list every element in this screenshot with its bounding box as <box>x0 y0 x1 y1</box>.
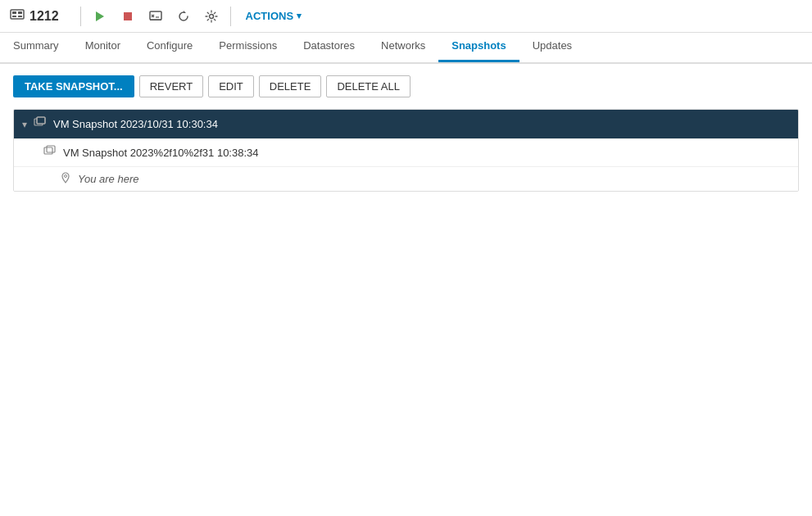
top-bar: 1212 <box>0 0 812 33</box>
svg-point-19 <box>65 175 67 178</box>
snapshot-child-row[interactable]: VM Snapshot 2023%2f10%2f31 10:38:34 <box>14 138 798 166</box>
svg-point-13 <box>209 14 213 18</box>
snapshot-child-icon <box>43 145 57 161</box>
tab-snapshots[interactable]: Snapshots <box>438 31 519 62</box>
console-button[interactable] <box>145 7 166 25</box>
svg-rect-7 <box>150 11 161 20</box>
svg-rect-17 <box>44 147 52 154</box>
snapshot-location-row: You are here <box>14 166 798 191</box>
chevron-down-icon: ▾ <box>22 119 27 130</box>
snapshot-tree: ▾ VM Snapshot 2023/10/31 10:30:34 <box>13 109 799 192</box>
svg-rect-8 <box>150 20 161 20</box>
edit-button[interactable]: EDIT <box>208 75 254 97</box>
content-area: TAKE SNAPSHOT... REVERT EDIT DELETE DELE… <box>0 64 812 516</box>
revert-button[interactable]: REVERT <box>139 75 204 97</box>
snapshot-parent-icon <box>34 116 47 132</box>
you-are-here-label: You are here <box>78 173 138 185</box>
stop-button[interactable] <box>117 7 138 25</box>
tab-summary[interactable]: Summary <box>0 31 72 62</box>
chevron-down-icon: ▾ <box>297 11 302 21</box>
svg-rect-4 <box>18 16 22 17</box>
actions-button[interactable]: ACTIONS ▾ <box>246 10 302 22</box>
play-button[interactable] <box>89 7 111 25</box>
location-icon <box>60 172 71 186</box>
tab-permissions[interactable]: Permissions <box>206 31 290 62</box>
divider <box>80 7 81 26</box>
svg-rect-6 <box>124 12 132 20</box>
snapshot-parent-label: VM Snapshot 2023/10/31 10:30:34 <box>53 118 218 130</box>
svg-marker-12 <box>184 11 186 13</box>
divider2 <box>230 7 231 26</box>
tab-monitor[interactable]: Monitor <box>72 31 134 62</box>
settings-button[interactable] <box>201 7 222 25</box>
svg-rect-3 <box>12 16 16 17</box>
tab-configure[interactable]: Configure <box>134 31 206 62</box>
delete-all-button[interactable]: DELETE ALL <box>326 75 411 97</box>
vm-title: 1212 <box>29 9 59 24</box>
action-buttons-row: TAKE SNAPSHOT... REVERT EDIT DELETE DELE… <box>13 75 799 97</box>
tab-updates[interactable]: Updates <box>519 31 585 62</box>
svg-rect-2 <box>18 11 22 14</box>
snapshot-children: VM Snapshot 2023%2f10%2f31 10:38:34 You … <box>14 138 798 191</box>
cycle-button[interactable] <box>173 7 194 25</box>
snapshot-child-label: VM Snapshot 2023%2f10%2f31 10:38:34 <box>63 147 259 159</box>
delete-button[interactable]: DELETE <box>259 75 322 97</box>
snapshot-parent-row[interactable]: ▾ VM Snapshot 2023/10/31 10:30:34 <box>14 110 798 138</box>
svg-rect-18 <box>47 146 55 152</box>
svg-marker-5 <box>96 11 104 21</box>
svg-rect-15 <box>37 117 45 124</box>
tab-datastores[interactable]: Datastores <box>290 31 368 62</box>
svg-rect-1 <box>12 11 16 14</box>
take-snapshot-button[interactable]: TAKE SNAPSHOT... <box>13 75 134 97</box>
tab-networks[interactable]: Networks <box>368 31 438 62</box>
toolbar-icons <box>89 7 222 25</box>
nav-tabs: Summary Monitor Configure Permissions Da… <box>0 33 812 64</box>
vm-icon <box>10 7 25 25</box>
svg-rect-0 <box>11 10 24 19</box>
